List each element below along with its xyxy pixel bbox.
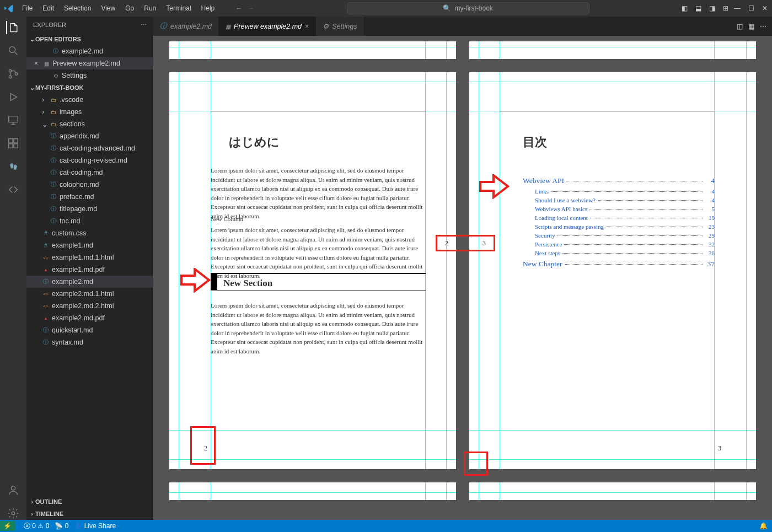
toc-label: Security xyxy=(535,232,555,239)
search-icon[interactable] xyxy=(7,44,20,57)
menu-help[interactable]: Help xyxy=(197,2,219,14)
window-close-icon[interactable]: ✕ xyxy=(762,4,768,12)
tree-item[interactable]: custom.css xyxy=(26,227,153,239)
outline-header[interactable]: ›OUTLINE xyxy=(26,496,153,508)
tree-item[interactable]: example1.md.1.html xyxy=(26,251,153,264)
run-debug-icon[interactable] xyxy=(7,90,20,104)
window-maximize-icon[interactable]: ☐ xyxy=(748,4,754,12)
close-icon[interactable]: × xyxy=(34,60,38,67)
tree-item[interactable]: syntax.md xyxy=(26,336,153,348)
account-icon[interactable] xyxy=(7,483,20,497)
tree-item[interactable]: example1.md.pdf xyxy=(26,264,153,276)
tree-item[interactable]: colophon.md xyxy=(26,179,153,191)
status-live-share[interactable]: 👤 Live Share xyxy=(74,522,116,530)
source-control-icon[interactable] xyxy=(7,67,20,80)
status-notifications-icon[interactable]: 🔔 xyxy=(759,522,768,530)
info-icon xyxy=(50,144,57,152)
layout-panel-bottom-icon[interactable]: ⬓ xyxy=(695,4,701,12)
menu-go[interactable]: Go xyxy=(121,2,138,14)
nav-forward-icon[interactable]: → xyxy=(248,4,254,12)
tab[interactable]: example2.md xyxy=(153,17,219,36)
tree-item[interactable]: cat-coding-revised.md xyxy=(26,154,153,166)
tree-item[interactable]: example2.md.pdf xyxy=(26,312,153,324)
toc-row[interactable]: Loading local content19 xyxy=(523,214,715,221)
tree-item[interactable]: cat-coding.md xyxy=(26,166,153,179)
paragraph: Lorem ipsum dolor sit amet, consectetur … xyxy=(211,225,426,280)
gear-icon xyxy=(52,72,60,79)
open-editors-header[interactable]: ⌄OPEN EDITORS xyxy=(26,33,153,45)
menu-file[interactable]: File xyxy=(18,2,37,14)
remote-explorer-icon[interactable] xyxy=(7,114,20,127)
new-column-label: New Column xyxy=(211,214,243,224)
tab-bar: example2.mdPreview example2.md×Settings … xyxy=(153,17,772,36)
layout-panel-right-icon[interactable]: ◨ xyxy=(709,4,715,12)
open-editor-item[interactable]: Settings xyxy=(26,69,153,82)
file-label: example2.md xyxy=(52,278,93,286)
tab[interactable]: Settings xyxy=(316,17,364,36)
spread-pagenum-left: 2 xyxy=(445,239,448,248)
tree-item[interactable]: quickstart.md xyxy=(26,324,153,336)
toc-row[interactable]: Webview API4 xyxy=(523,176,715,185)
tree-item[interactable]: ›🗀images xyxy=(26,106,153,118)
close-icon[interactable]: × xyxy=(305,23,309,30)
glove-icon[interactable]: 🧤 xyxy=(7,160,20,173)
tree-item[interactable]: titlepage.md xyxy=(26,203,153,215)
extensions-icon[interactable] xyxy=(7,137,20,150)
split-editor-icon[interactable]: ◫ xyxy=(737,23,743,30)
menu-run[interactable]: Run xyxy=(140,2,160,14)
file-label: syntax.md xyxy=(52,338,83,346)
more-icon[interactable]: ⋯ xyxy=(141,22,147,29)
file-label: Settings xyxy=(62,72,87,79)
toc-page: 32 xyxy=(705,241,715,248)
layout-customize-icon[interactable]: ⊞ xyxy=(723,4,728,12)
html-icon xyxy=(42,302,50,310)
menu-edit[interactable]: Edit xyxy=(38,2,58,14)
tab[interactable]: Preview example2.md× xyxy=(219,17,316,36)
tree-item[interactable]: example1.md xyxy=(26,239,153,251)
toc-row[interactable]: Security29 xyxy=(523,232,715,239)
tree-item[interactable]: toc.md xyxy=(26,215,153,227)
file-label: appendix.md xyxy=(60,132,99,140)
timeline-header[interactable]: ›TIMELINE xyxy=(26,508,153,520)
svg-rect-6 xyxy=(14,139,18,143)
toc-row[interactable]: Scripts and message passing23 xyxy=(523,223,715,230)
menu-selection[interactable]: Selection xyxy=(60,2,95,14)
status-ports[interactable]: 📡 0 xyxy=(55,522,68,530)
toc-row[interactable]: New Chapter37 xyxy=(523,260,715,268)
tree-item[interactable]: preface.md xyxy=(26,191,153,203)
toc-row[interactable]: Webviews API basics5 xyxy=(523,206,715,212)
paragraph: Lorem ipsum dolor sit amet, consectetur … xyxy=(211,301,426,356)
page-strip xyxy=(469,482,756,500)
window-minimize-icon[interactable]: — xyxy=(734,4,741,12)
menu-view[interactable]: View xyxy=(96,2,120,14)
explorer-icon[interactable] xyxy=(6,21,19,34)
open-editor-item[interactable]: ×Preview example2.md xyxy=(26,57,153,69)
project-header[interactable]: ⌄MY-FIRST-BOOK xyxy=(26,82,153,94)
tab-more-icon[interactable]: ⋯ xyxy=(760,23,766,30)
remote-indicator[interactable]: ⚡ xyxy=(0,521,15,531)
open-editor-item[interactable]: example2.md xyxy=(26,45,153,57)
tab-grid-icon[interactable]: ▦ xyxy=(748,23,754,30)
live-share-icon[interactable] xyxy=(7,183,20,196)
command-center[interactable]: 🔍 my-first-book xyxy=(347,2,589,14)
layout-panel-left-icon[interactable]: ◧ xyxy=(682,4,688,12)
settings-gear-icon[interactable] xyxy=(7,507,20,520)
menu-terminal[interactable]: Terminal xyxy=(162,2,195,14)
tree-item[interactable]: ⌄🗀sections xyxy=(26,118,153,130)
preview-pane[interactable]: はじめに Lorem ipsum dolor sit amet, consect… xyxy=(153,36,772,520)
status-errors[interactable]: ⓧ 0 ⚠ 0 xyxy=(24,522,49,531)
tree-item[interactable]: ›🗀.vscode xyxy=(26,94,153,106)
tree-item[interactable]: cat-coding-advanced.md xyxy=(26,142,153,154)
annotation-arrow-icon xyxy=(479,174,510,199)
toc-row[interactable]: Links4 xyxy=(523,188,715,195)
menu-bar: FileEditSelectionViewGoRunTerminalHelp xyxy=(18,2,219,14)
tree-item[interactable]: appendix.md xyxy=(26,130,153,142)
tree-item[interactable]: example2.md.1.html xyxy=(26,288,153,300)
pdf-icon xyxy=(42,266,50,273)
toc-row[interactable]: Next steps36 xyxy=(523,250,715,256)
nav-back-icon[interactable]: ← xyxy=(235,4,242,12)
toc-row[interactable]: Persistence32 xyxy=(523,241,715,248)
tree-item[interactable]: example2.md.2.html xyxy=(26,300,153,312)
tree-item[interactable]: example2.md xyxy=(26,276,153,288)
toc-row[interactable]: Should I use a webview?4 xyxy=(523,197,715,203)
